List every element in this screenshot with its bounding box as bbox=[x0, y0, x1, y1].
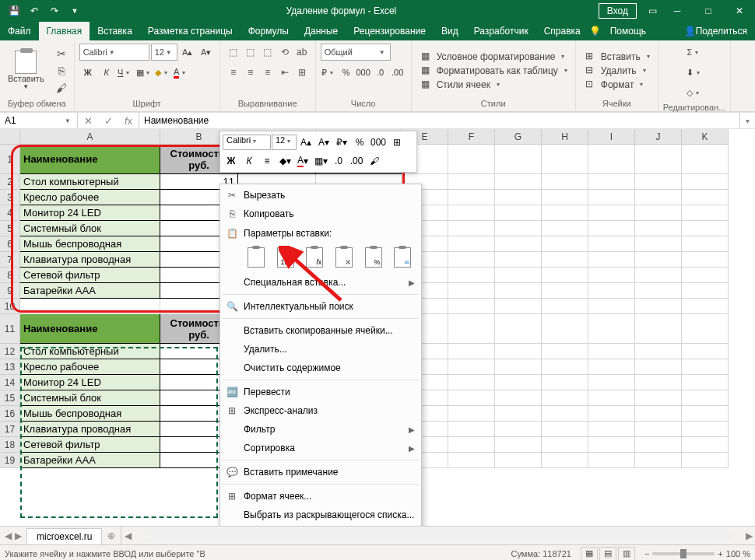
paste-option-formulas[interactable]: fx bbox=[302, 245, 327, 270]
row-header[interactable]: 11 bbox=[0, 314, 20, 344]
select-all-corner[interactable] bbox=[0, 129, 20, 145]
increase-decimal-icon[interactable]: .0 bbox=[372, 64, 389, 81]
view-normal-icon[interactable]: ▦ bbox=[581, 547, 598, 561]
cell[interactable] bbox=[635, 221, 682, 236]
redo-icon[interactable]: ↷ bbox=[45, 2, 64, 20]
expand-formula-bar-icon[interactable]: ▾ bbox=[739, 113, 755, 128]
menu-insert-copied[interactable]: Вставить скопированные ячейки... bbox=[220, 321, 421, 340]
increase-font-icon[interactable]: A▴ bbox=[179, 44, 196, 61]
cell[interactable] bbox=[635, 252, 682, 268]
mini-dec-decimal-icon[interactable]: .00 bbox=[348, 152, 365, 170]
conditional-formatting-button[interactable]: ▦Условное форматирование ▾ bbox=[421, 51, 571, 63]
cell[interactable] bbox=[448, 190, 495, 205]
cell[interactable] bbox=[682, 190, 729, 205]
format-painter-icon[interactable]: 🖌 bbox=[54, 81, 69, 95]
cell[interactable] bbox=[495, 375, 542, 390]
col-header[interactable]: F bbox=[448, 129, 495, 145]
mini-bold-button[interactable]: Ж bbox=[223, 152, 240, 170]
cell[interactable] bbox=[542, 221, 588, 236]
italic-button[interactable]: К bbox=[98, 64, 115, 81]
cell[interactable] bbox=[495, 453, 542, 468]
zoom-slider[interactable] bbox=[652, 552, 715, 555]
cell[interactable] bbox=[588, 252, 635, 268]
font-name-select[interactable]: Calibri▼ bbox=[79, 44, 149, 61]
row-header[interactable]: 1 bbox=[0, 145, 20, 174]
paste-option-link[interactable]: ∞ bbox=[390, 245, 415, 270]
cell[interactable] bbox=[542, 344, 588, 359]
sheet-nav-next-icon[interactable]: ▶ bbox=[15, 530, 22, 541]
ribbon-display-icon[interactable]: ▭ bbox=[643, 2, 662, 20]
row-header[interactable]: 13 bbox=[0, 359, 20, 375]
menu-sort[interactable]: Сортировка▶ bbox=[220, 439, 421, 457]
tab-developer[interactable]: Разработчик bbox=[466, 22, 536, 40]
mini-inc-decimal-icon[interactable]: .0 bbox=[330, 152, 347, 170]
cell[interactable] bbox=[635, 344, 682, 359]
align-right-icon[interactable]: ≡ bbox=[259, 64, 276, 81]
cell[interactable] bbox=[448, 283, 495, 299]
tab-review[interactable]: Рецензирование bbox=[346, 22, 434, 40]
mini-align-icon[interactable]: ≡ bbox=[258, 152, 276, 170]
login-button[interactable]: Вход bbox=[599, 3, 637, 19]
cancel-formula-icon[interactable]: ✕ bbox=[78, 115, 98, 127]
autosum-icon[interactable]: Σ▾ bbox=[686, 44, 703, 61]
cell[interactable] bbox=[448, 145, 495, 174]
cell[interactable] bbox=[495, 437, 542, 453]
cell[interactable] bbox=[448, 205, 495, 221]
mini-percent-icon[interactable]: % bbox=[351, 134, 368, 151]
cell[interactable] bbox=[682, 437, 729, 453]
fx-icon[interactable]: fx bbox=[118, 115, 139, 127]
cell[interactable] bbox=[495, 190, 542, 205]
cell[interactable] bbox=[682, 236, 729, 252]
qat-customize-icon[interactable]: ▼ bbox=[65, 2, 84, 20]
cell[interactable] bbox=[588, 453, 635, 468]
paste-option-values[interactable]: 123 bbox=[273, 245, 298, 270]
mini-decrease-font-icon[interactable]: A▾ bbox=[315, 134, 332, 151]
cell[interactable] bbox=[682, 390, 729, 406]
cell[interactable]: Батарейки AAA bbox=[20, 453, 160, 468]
cell[interactable] bbox=[588, 422, 635, 437]
tab-data[interactable]: Данные bbox=[297, 22, 346, 40]
font-size-select[interactable]: 12▼ bbox=[151, 44, 177, 61]
number-format-select[interactable]: Общий▼ bbox=[321, 44, 391, 61]
cell[interactable] bbox=[682, 375, 729, 390]
cell[interactable] bbox=[495, 268, 542, 283]
menu-comment[interactable]: 💬Вставить примечание bbox=[220, 463, 421, 481]
view-page-layout-icon[interactable]: ▤ bbox=[599, 547, 616, 561]
align-center-icon[interactable]: ≡ bbox=[242, 64, 259, 81]
cell[interactable] bbox=[682, 174, 729, 190]
cell[interactable] bbox=[588, 314, 635, 344]
cell[interactable] bbox=[448, 221, 495, 236]
menu-define-name[interactable]: Присвоить имя... bbox=[220, 524, 421, 526]
cell[interactable] bbox=[635, 283, 682, 299]
fill-icon[interactable]: ⬇▾ bbox=[686, 64, 703, 81]
cell[interactable] bbox=[588, 359, 635, 375]
maximize-button[interactable]: □ bbox=[693, 0, 724, 22]
zoom-level[interactable]: 100 % bbox=[726, 549, 750, 558]
paste-option-transpose[interactable]: ⤭ bbox=[332, 245, 356, 270]
tab-tellme[interactable]: Помощь bbox=[602, 22, 654, 40]
cell[interactable] bbox=[495, 236, 542, 252]
cell[interactable] bbox=[682, 145, 729, 174]
mini-increase-font-icon[interactable]: A▴ bbox=[297, 134, 314, 151]
cell[interactable] bbox=[542, 236, 588, 252]
menu-translate[interactable]: 🔤Перевести bbox=[220, 383, 421, 401]
cell[interactable] bbox=[542, 205, 588, 221]
cell[interactable] bbox=[495, 145, 542, 174]
cell[interactable] bbox=[495, 344, 542, 359]
align-top-icon[interactable]: ⬚ bbox=[225, 44, 242, 61]
cell[interactable] bbox=[588, 406, 635, 422]
col-header[interactable]: H bbox=[542, 129, 588, 145]
cell[interactable]: Стол компьютерный bbox=[20, 344, 160, 359]
save-icon[interactable]: 💾 bbox=[5, 2, 23, 20]
menu-cut[interactable]: ✂Вырезать bbox=[220, 186, 421, 205]
sheet-nav-prev-icon[interactable]: ◀ bbox=[5, 530, 12, 541]
cell[interactable] bbox=[682, 344, 729, 359]
share-button[interactable]: 👤 Поделиться bbox=[676, 22, 755, 40]
cell[interactable] bbox=[588, 236, 635, 252]
row-header[interactable]: 17 bbox=[0, 422, 20, 437]
cell[interactable] bbox=[588, 174, 635, 190]
cell[interactable] bbox=[682, 283, 729, 299]
align-middle-icon[interactable]: ⬚ bbox=[242, 44, 259, 61]
decrease-decimal-icon[interactable]: .00 bbox=[389, 64, 406, 81]
cell[interactable] bbox=[542, 190, 588, 205]
